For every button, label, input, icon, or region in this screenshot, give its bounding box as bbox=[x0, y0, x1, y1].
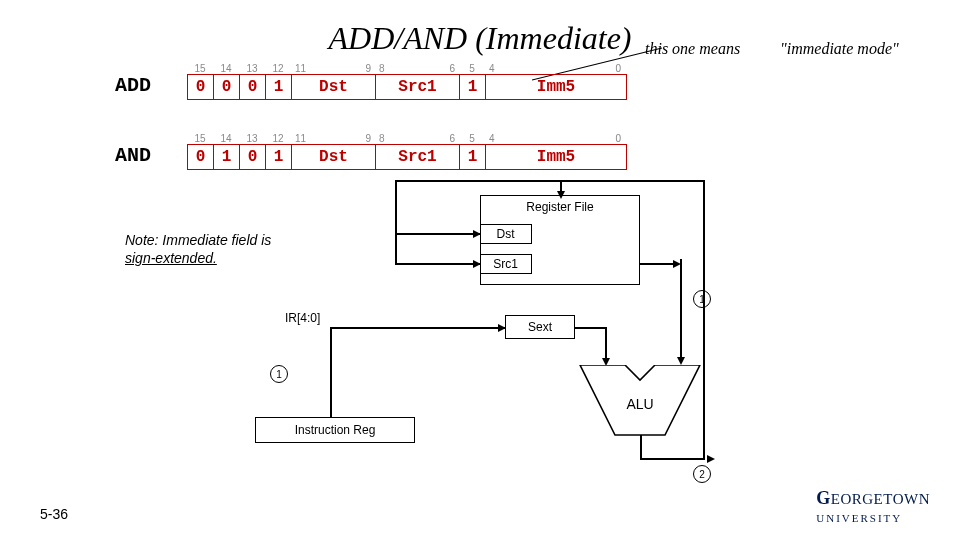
register-file-box: Register File Dst Src1 bbox=[480, 195, 640, 285]
bit-positions-and: 15141312 119 86 5 40 bbox=[187, 130, 627, 144]
src1-port: Src1 bbox=[480, 254, 532, 274]
field-dst: Dst bbox=[292, 75, 376, 99]
opcode-bit: 1 bbox=[266, 75, 292, 99]
alu-shape: ALU bbox=[570, 365, 710, 440]
opcode-bit: 0 bbox=[214, 75, 240, 99]
fields-add: 0 0 0 1 Dst Src1 1 Imm5 bbox=[187, 74, 627, 100]
alu-label: ALU bbox=[626, 396, 653, 412]
bit-positions-add: 15141312 119 86 5 40 bbox=[187, 60, 627, 74]
opcode-bit: 1 bbox=[214, 145, 240, 169]
annotation-this: this one means bbox=[645, 40, 740, 58]
step-2-marker: 2 bbox=[693, 465, 711, 483]
field-imm5: Imm5 bbox=[486, 75, 626, 99]
dst-port: Dst bbox=[480, 224, 532, 244]
step-1-marker-right: 1 bbox=[693, 290, 711, 308]
field-src1: Src1 bbox=[376, 75, 460, 99]
step-1-marker-left: 1 bbox=[270, 365, 288, 383]
field-dst: Dst bbox=[292, 145, 376, 169]
annotation-mode: "immediate mode" bbox=[780, 40, 899, 58]
opcode-bit: 0 bbox=[240, 145, 266, 169]
field-imm5: Imm5 bbox=[486, 145, 626, 169]
instruction-reg-box: Instruction Reg bbox=[255, 417, 415, 443]
opcode-bit: 0 bbox=[240, 75, 266, 99]
field-src1: Src1 bbox=[376, 145, 460, 169]
opcode-bit: 1 bbox=[266, 145, 292, 169]
fields-and: 0 1 0 1 Dst Src1 1 Imm5 bbox=[187, 144, 627, 170]
field-mode: 1 bbox=[460, 145, 486, 169]
datapath-figure: Register File Dst Src1 1 2 Sext ALU /* i… bbox=[225, 195, 725, 505]
page-number: 5-36 bbox=[40, 506, 68, 522]
opcode-bit: 0 bbox=[188, 145, 214, 169]
university-branding: GEORGETOWN UNIVERSITY bbox=[816, 488, 930, 526]
mnemonic-and: AND bbox=[115, 144, 151, 167]
mnemonic-add: ADD bbox=[115, 74, 151, 97]
opcode-bit: 0 bbox=[188, 75, 214, 99]
sext-box: Sext bbox=[505, 315, 575, 339]
ir-bits-label: IR[4:0] bbox=[285, 311, 320, 325]
field-mode: 1 bbox=[460, 75, 486, 99]
